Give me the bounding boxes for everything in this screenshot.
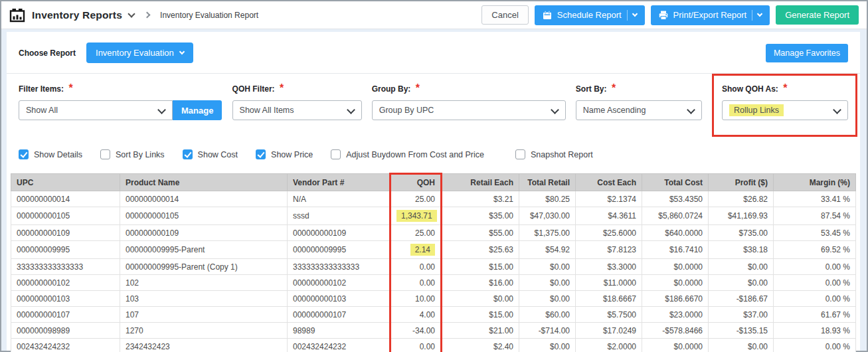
group-by-label: Group By: — [372, 84, 411, 94]
checkbox-checked-icon[interactable] — [183, 149, 193, 159]
qoh-filter-select[interactable]: Show All Items — [232, 100, 362, 120]
table-row[interactable]: 000000000105000000000105sssd1,343.71$35.… — [11, 207, 856, 225]
filter-items-select[interactable]: Show All — [19, 100, 173, 120]
cell-cost-each: $25.6000 — [576, 225, 642, 241]
column-header-upc[interactable]: UPC — [11, 174, 120, 191]
cell-retail-each: $25.63 — [442, 241, 519, 259]
report-type-dropdown[interactable]: Inventory Evaluation — [86, 43, 193, 63]
cell-total-cost: $53.4350 — [642, 191, 709, 207]
cell-total-retail: $1,375.00 — [519, 225, 576, 241]
qoh-highlight: 1,343.71 — [396, 210, 437, 222]
checkbox-unchecked-icon[interactable] — [515, 149, 525, 159]
option-adjust-buydown-from-cost-and-price[interactable]: Adjust Buydown From Cost and Price — [331, 149, 484, 159]
column-header-retail-each[interactable]: Retail Each — [442, 174, 519, 191]
cell-retail-each: $16.00 — [442, 275, 519, 291]
report-table: UPCProduct NameVendor Part #QOHRetail Ea… — [11, 173, 856, 352]
manage-favorites-button[interactable]: Manage Favorites — [766, 44, 848, 62]
option-label: Snapshot Report — [531, 150, 593, 159]
group-by-select[interactable]: Group By UPC — [372, 100, 566, 120]
column-header-margin-[interactable]: Margin (%) — [774, 174, 856, 191]
cell-total-retail: $0.00 — [519, 259, 576, 275]
table-row[interactable]: 000000000014000000000014N/A25.00$3.21$80… — [11, 191, 856, 207]
cell-vendor-part: 000000000102 — [288, 275, 391, 291]
cell-margin: 33.41 % — [774, 191, 856, 207]
column-header-qoh[interactable]: QOH — [391, 174, 442, 191]
cell-total-retail: $0.00 — [519, 291, 576, 307]
choose-report-row: Choose Report Inventory Evaluation Manag… — [7, 43, 860, 63]
column-header-profit-[interactable]: Profit ($) — [709, 174, 774, 191]
cell-qoh: 25.00 — [391, 225, 442, 241]
required-asterisk: * — [612, 82, 616, 94]
cell-vendor-part: 333333333333333 — [288, 259, 391, 275]
option-show-price[interactable]: Show Price — [256, 149, 313, 159]
checkbox-unchecked-icon[interactable] — [100, 149, 110, 159]
cell-margin: 18.93 % — [774, 323, 856, 339]
column-header-cost-each[interactable]: Cost Each — [576, 174, 642, 191]
cell-margin: 0.00 % — [774, 291, 856, 307]
cell-total-retail: $0.00 — [519, 275, 576, 291]
option-show-details[interactable]: Show Details — [19, 149, 82, 159]
cell-cost-each: $4.3611 — [576, 207, 642, 225]
show-qoh-as-select[interactable]: Rollup Links — [722, 100, 848, 120]
cell-total-cost: $5,860.0724 — [642, 207, 709, 225]
option-show-cost[interactable]: Show Cost — [183, 149, 238, 159]
cell-cost-each: $7.8123 — [576, 241, 642, 259]
cell-margin: 69.52 % — [774, 241, 856, 259]
cell-profit: $0.00 — [709, 275, 774, 291]
cell-margin: 53.45 % — [774, 225, 856, 241]
chevron-down-icon[interactable] — [128, 10, 135, 17]
inventory-icon — [9, 8, 25, 23]
chevron-down-icon[interactable] — [757, 11, 762, 17]
required-asterisk: * — [783, 82, 787, 94]
cell-qoh: 0.00 — [391, 339, 442, 352]
cell-margin: 61.67 % — [774, 307, 856, 323]
table-row[interactable]: 0000000001071070000000001074.00$15.00$60… — [11, 307, 856, 323]
cell-margin: 0.00 % — [774, 275, 856, 291]
required-asterisk: * — [68, 82, 72, 94]
table-row[interactable]: 00000000010310300000000010310.00$0.00$0.… — [11, 291, 856, 307]
generate-report-button[interactable]: Generate Report — [776, 5, 859, 25]
chevron-down-icon[interactable] — [632, 11, 637, 17]
column-header-vendor-part-[interactable]: Vendor Part # — [288, 174, 391, 191]
cell-retail-each: $21.00 — [442, 323, 519, 339]
cell-qoh: 25.00 — [391, 191, 442, 207]
table-row[interactable]: 00243242423223424324230024324242320.00$2… — [11, 339, 856, 352]
cell-profit: $0.00 — [709, 259, 774, 275]
button-divider — [752, 10, 752, 21]
manage-filter-button[interactable]: Manage — [173, 100, 222, 120]
table-row[interactable]: 00000000010900000000010900000000010925.0… — [11, 225, 856, 241]
filter-items-value: Show All — [26, 106, 58, 115]
cell-margin: 0.00 % — [774, 339, 856, 352]
checkbox-checked-icon[interactable] — [19, 149, 29, 159]
column-header-total-cost[interactable]: Total Cost — [642, 174, 709, 191]
table-row[interactable]: 000000098989127098989-34.00$21.00-$714.0… — [11, 323, 856, 339]
cell-profit: $41,169.93 — [709, 207, 774, 225]
checkbox-unchecked-icon[interactable] — [331, 149, 341, 159]
checkbox-checked-icon[interactable] — [256, 149, 266, 159]
cell-cost-each: $2.0000 — [576, 339, 642, 352]
table-row[interactable]: 0000000001021020000000001020.00$16.00$0.… — [11, 275, 856, 291]
print-export-report-button[interactable]: Print/Export Report — [651, 5, 770, 25]
table-row[interactable]: 333333333333333000000009995-Parent (Copy… — [11, 259, 856, 275]
schedule-report-button[interactable]: Schedule Report — [535, 5, 645, 25]
sort-by-select[interactable]: Name Ascending — [576, 100, 702, 120]
filters-row: Filter Items: * Show All Manage QOH Filt… — [7, 82, 860, 137]
table-row[interactable]: 000000009995000000009995-Parent000000009… — [11, 241, 856, 259]
option-sort-by-links[interactable]: Sort By Links — [100, 149, 165, 159]
cell-upc: 333333333333333 — [11, 259, 120, 275]
column-header-total-retail[interactable]: Total Retail — [519, 174, 576, 191]
cell-cost-each: $3.3000 — [576, 259, 642, 275]
cell-product-name: 2342432423 — [120, 339, 288, 352]
cell-cost-each: $5.7500 — [576, 307, 642, 323]
option-snapshot-report[interactable]: Snapshot Report — [515, 149, 593, 159]
cell-product-name: 1270 — [120, 323, 288, 339]
cell-retail-each: $2.40 — [442, 339, 519, 352]
cell-profit: -$135.15 — [709, 323, 774, 339]
column-header-product-name[interactable]: Product Name — [120, 174, 288, 191]
cell-vendor-part: 002432424232 — [288, 339, 391, 352]
cell-profit: $37.00 — [709, 307, 774, 323]
cell-profit: $0.00 — [709, 339, 774, 352]
cancel-button[interactable]: Cancel — [481, 5, 528, 25]
chevron-down-icon — [179, 49, 185, 54]
filter-items-label: Filter Items: — [19, 84, 64, 94]
